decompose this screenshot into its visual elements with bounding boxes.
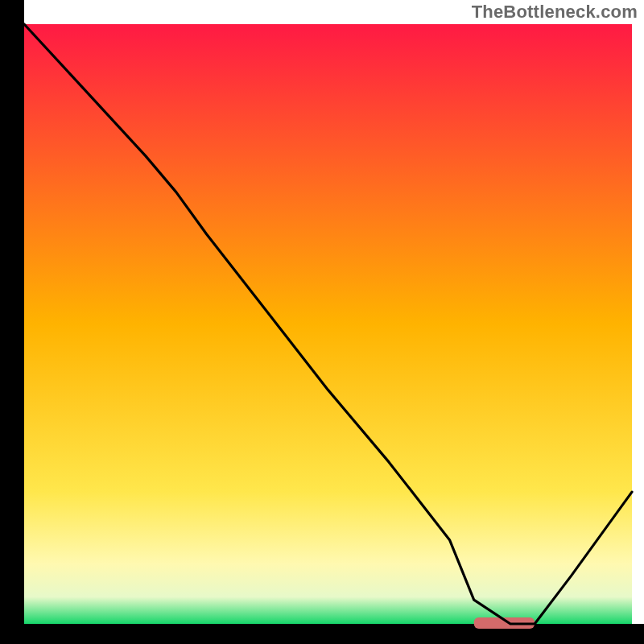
x-axis-bar: [0, 624, 644, 644]
chart-container: TheBottleneck.com: [0, 0, 644, 644]
gradient-background: [24, 24, 632, 624]
y-axis-bar: [0, 0, 24, 644]
chart-svg: [0, 0, 644, 644]
watermark-text: TheBottleneck.com: [472, 2, 638, 23]
plot-area: [0, 0, 644, 644]
